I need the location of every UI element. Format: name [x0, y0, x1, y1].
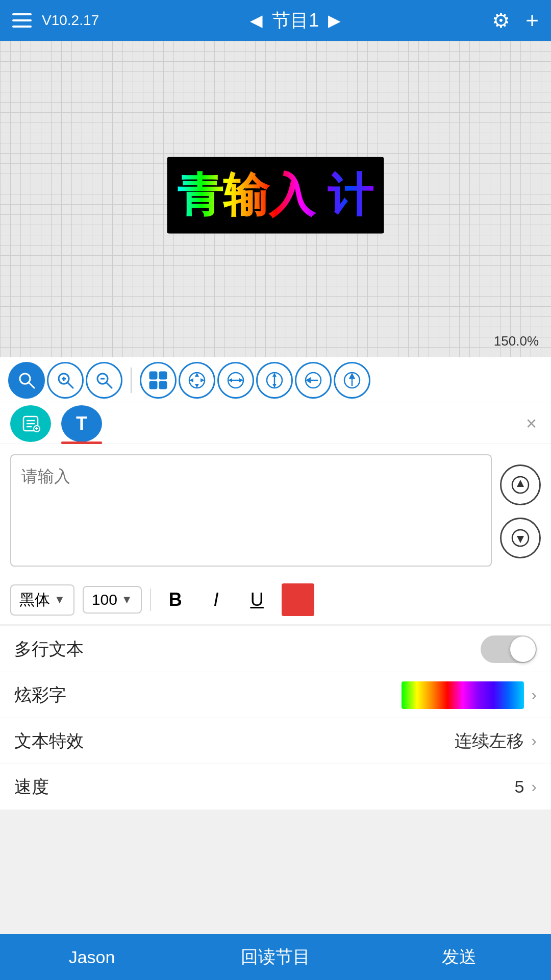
tab-active-indicator	[61, 442, 102, 444]
zoom-level-label: 150.0%	[494, 333, 539, 349]
italic-button[interactable]: I	[200, 583, 233, 616]
tab-close-button[interactable]: ×	[522, 409, 541, 438]
font-row: 黑体 ▼ 100 ▼ B I U	[0, 575, 551, 624]
search-zoom-button[interactable]	[8, 362, 45, 399]
toolbar-divider	[131, 368, 132, 393]
nav-next-button[interactable]: ▶	[328, 11, 341, 30]
font-family-dropdown-icon: ▼	[54, 593, 65, 606]
text-area-buttons	[500, 454, 541, 569]
font-toolbar-divider	[150, 589, 151, 611]
move-all-button[interactable]	[179, 362, 215, 399]
text-effect-right: 连续左移 ›	[455, 729, 537, 753]
zoom-out-button[interactable]	[86, 362, 122, 399]
underline-button[interactable]: U	[241, 583, 273, 616]
nav-title-label: 节目1	[272, 8, 319, 33]
color-swatch[interactable]	[282, 583, 314, 616]
svg-marker-42	[517, 536, 524, 543]
font-size-select[interactable]: 100 ▼	[83, 586, 142, 614]
font-family-label: 黑体	[19, 590, 50, 610]
settings-icon[interactable]: ⚙	[492, 9, 510, 32]
settings-section: 多行文本 炫彩字 › 文本特效 连续左移 › 速度 5 ›	[0, 626, 551, 810]
undo-button[interactable]	[295, 362, 332, 399]
speed-right: 5 ›	[514, 777, 537, 797]
font-size-dropdown-icon: ▼	[121, 593, 133, 606]
rainbow-label: 炫彩字	[14, 683, 66, 707]
speed-chevron-icon: ›	[531, 777, 537, 796]
canvas-area: 青输入 计 150.0%	[0, 41, 551, 357]
svg-line-7	[106, 382, 112, 388]
svg-rect-11	[150, 382, 157, 388]
grid-button[interactable]	[140, 362, 177, 399]
tab-properties[interactable]	[10, 405, 51, 442]
rainbow-right: ›	[402, 681, 537, 709]
move-tool-group	[140, 362, 370, 399]
font-family-select[interactable]: 黑体 ▼	[10, 584, 74, 616]
rainbow-strip	[402, 681, 524, 709]
tabbar: T ×	[0, 403, 551, 444]
svg-marker-40	[517, 480, 524, 487]
text-effect-label: 文本特效	[14, 729, 84, 753]
bold-button[interactable]: B	[159, 583, 192, 616]
multiline-label: 多行文本	[14, 638, 84, 661]
canvas-display-text: 青输入 计	[177, 169, 373, 220]
tab-text[interactable]: T	[61, 405, 102, 442]
send-button[interactable]: 发送	[367, 934, 551, 980]
version-label: V10.2.17	[42, 12, 99, 29]
bottom-bar: Jason 回读节目 发送	[0, 934, 551, 980]
read-program-button[interactable]: 回读节目	[184, 934, 367, 980]
nav-prev-button[interactable]: ◀	[250, 11, 263, 30]
text-area-wrapper	[10, 454, 492, 569]
svg-line-3	[67, 382, 73, 388]
canvas-display[interactable]: 青输入 计	[167, 157, 384, 234]
speed-row[interactable]: 速度 5 ›	[0, 764, 551, 810]
toggle-knob	[510, 636, 536, 662]
topbar: V10.2.17 ◀ 节目1 ▶ ⚙ +	[0, 0, 551, 41]
h-move-button[interactable]	[217, 362, 254, 399]
text-down-button[interactable]	[500, 518, 541, 558]
svg-rect-12	[160, 382, 166, 388]
text-input[interactable]	[10, 454, 492, 567]
svg-rect-10	[160, 372, 166, 379]
text-up-button[interactable]	[500, 464, 541, 505]
text-effect-value: 连续左移	[455, 729, 524, 753]
zoom-in-button[interactable]	[47, 362, 84, 399]
multiline-toggle[interactable]	[481, 635, 537, 663]
svg-rect-9	[150, 372, 157, 379]
speed-label: 速度	[14, 775, 49, 799]
speed-value: 5	[514, 777, 524, 797]
add-icon[interactable]: +	[525, 8, 539, 33]
text-effect-row[interactable]: 文本特效 连续左移 ›	[0, 718, 551, 764]
toolbar	[0, 357, 551, 403]
zoom-tool-group	[8, 362, 122, 399]
up-button[interactable]	[334, 362, 370, 399]
multiline-toggle-area	[481, 635, 537, 663]
svg-line-1	[29, 382, 34, 388]
rainbow-row[interactable]: 炫彩字 ›	[0, 672, 551, 718]
text-tab-icon: T	[76, 413, 87, 434]
font-size-label: 100	[92, 591, 117, 608]
rainbow-chevron-icon: ›	[531, 685, 537, 704]
multiline-row: 多行文本	[0, 626, 551, 672]
menu-icon[interactable]	[12, 13, 32, 28]
jason-button[interactable]: Jason	[0, 934, 184, 980]
text-input-section	[0, 444, 551, 575]
v-move-button[interactable]	[256, 362, 293, 399]
text-effect-chevron-icon: ›	[531, 731, 537, 750]
